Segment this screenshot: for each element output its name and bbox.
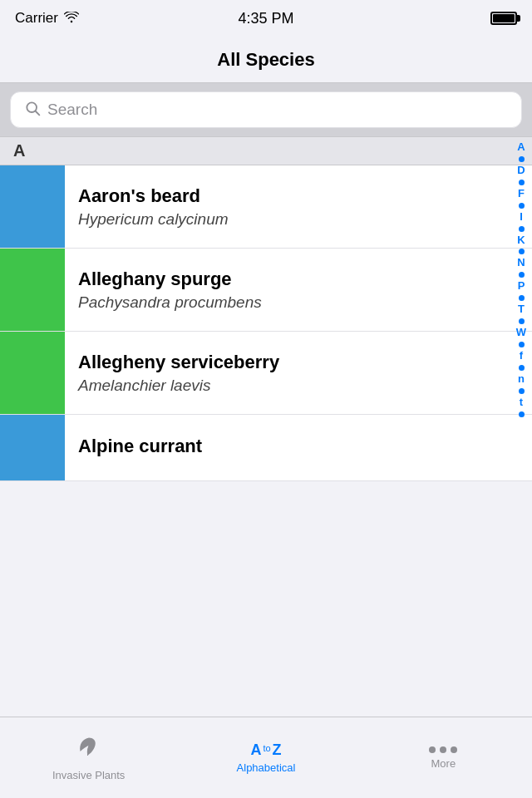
tab-alphabetical-label: Alphabetical [237, 761, 296, 774]
alpha-letter-i[interactable]: I [512, 210, 530, 224]
alpha-letter-p[interactable]: P [512, 279, 530, 293]
species-list: Aaron's beard Hypericum calycinum Allegh… [0, 165, 532, 481]
navigation-bar: All Species [0, 37, 532, 83]
search-bar[interactable]: Search [10, 91, 522, 128]
item-color-swatch [0, 165, 65, 248]
alpha-index[interactable]: A D F I K N P T W f n t [510, 137, 532, 421]
carrier-label: Carrier [15, 10, 58, 27]
species-list-scroll[interactable]: A Aaron's beard Hypericum calycinum Alle… [0, 137, 532, 481]
alpha-letter-k[interactable]: K [512, 234, 530, 248]
tab-alphabetical[interactable]: A to Z Alphabetical [177, 717, 354, 798]
more-icon [429, 746, 457, 753]
alpha-dot [519, 249, 525, 254]
leaf-icon [76, 734, 101, 765]
alpha-letter-f-lower[interactable]: f [512, 349, 530, 363]
common-name: Allegheny serviceberry [78, 352, 519, 373]
alpha-letter-d[interactable]: D [512, 164, 530, 178]
tab-more[interactable]: More [355, 717, 532, 798]
search-icon [24, 100, 41, 120]
list-item[interactable]: Aaron's beard Hypericum calycinum [0, 165, 532, 249]
alpha-letter-t-lower[interactable]: t [512, 396, 530, 410]
search-container: Search [0, 83, 532, 137]
tab-invasive-plants[interactable]: Invasive Plants [0, 717, 177, 798]
alpha-dot [519, 318, 525, 324]
tab-more-label: More [431, 757, 456, 770]
alpha-letter-f[interactable]: F [512, 187, 530, 201]
common-name: Alleghany spurge [78, 268, 519, 290]
scientific-name: Pachysandra procumbens [78, 293, 519, 312]
alpha-dot [519, 203, 525, 209]
alpha-letter-n-lower[interactable]: n [512, 372, 530, 387]
alpha-dot [519, 226, 525, 232]
common-name: Aaron's beard [78, 185, 519, 207]
section-header-a: A [0, 137, 532, 165]
tab-bar: Invasive Plants A to Z Alphabetical More [0, 717, 532, 798]
list-item[interactable]: Alleghany spurge Pachysandra procumbens [0, 249, 532, 332]
tab-invasive-plants-label: Invasive Plants [52, 769, 125, 781]
alpha-dot [519, 156, 525, 162]
alpha-dot [519, 411, 525, 417]
search-placeholder[interactable]: Search [47, 101, 508, 119]
scientific-name: Hypericum calycinum [78, 210, 519, 229]
alpha-dot [519, 295, 525, 301]
item-color-swatch [0, 332, 65, 414]
status-bar: Carrier 4:35 PM [0, 0, 532, 37]
alpha-letter-w[interactable]: W [512, 326, 530, 340]
list-item[interactable]: Alpine currant [0, 415, 532, 481]
scientific-name: Amelanchier laevis [78, 377, 519, 395]
item-color-swatch [0, 415, 65, 480]
az-icon: A to Z [250, 742, 281, 757]
svg-line-1 [36, 111, 40, 116]
alpha-letter-t[interactable]: T [512, 303, 530, 317]
alpha-dot [519, 342, 525, 347]
alpha-dot [519, 180, 525, 185]
common-name: Alpine currant [78, 436, 519, 457]
battery-icon [490, 12, 517, 25]
status-time: 4:35 PM [238, 10, 293, 27]
item-color-swatch [0, 249, 65, 331]
alpha-letter-n[interactable]: N [512, 256, 530, 270]
alpha-dot [519, 272, 525, 278]
alpha-letter-a[interactable]: A [512, 140, 530, 155]
alpha-dot [519, 388, 525, 394]
alpha-dot [519, 365, 525, 371]
wifi-icon [64, 12, 79, 26]
list-item[interactable]: Allegheny serviceberry Amelanchier laevi… [0, 332, 532, 415]
page-title: All Species [217, 49, 314, 71]
